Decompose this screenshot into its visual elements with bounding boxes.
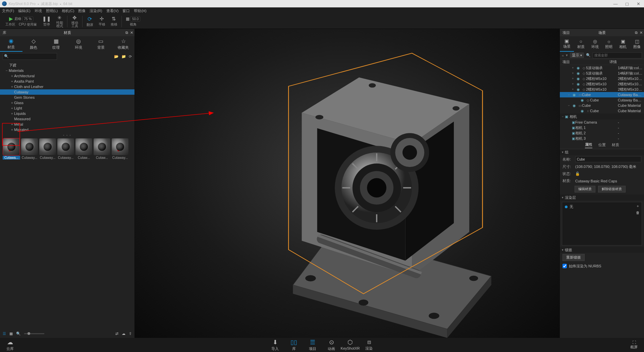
- nurbs-checkbox[interactable]: [562, 263, 567, 269]
- tab-position[interactable]: 位置: [598, 142, 606, 147]
- material-thumb-1[interactable]: Cutaway...: [21, 138, 38, 160]
- scene-tab-5[interactable]: ◫图像: [630, 36, 644, 52]
- material-thumb-2[interactable]: Cutaway...: [39, 138, 56, 160]
- edit-material-button[interactable]: 编辑材质: [575, 186, 595, 192]
- refresh-folders-icon[interactable]: ⟳: [129, 54, 132, 59]
- zoom-slider-icon[interactable]: 🔍: [16, 332, 21, 336]
- library-tab-2[interactable]: ▦纹理: [45, 36, 67, 52]
- visibility-icon[interactable]: ◉: [571, 103, 578, 108]
- visibility-icon[interactable]: ◉: [579, 109, 586, 113]
- project-button[interactable]: ☰项目: [303, 339, 322, 351]
- library-tab-0[interactable]: ◉材质: [0, 36, 22, 52]
- visibility-icon[interactable]: ◉: [571, 93, 578, 97]
- scene-row-7[interactable]: −◉▭CubeCube Material: [560, 103, 644, 108]
- fov-value[interactable]: 50.0: [130, 16, 140, 21]
- tree-row-cutaway[interactable]: Cutaway: [0, 89, 135, 95]
- fov-button[interactable]: ▦50.0 视角: [123, 15, 143, 28]
- material-thumb-6[interactable]: Cutaway...: [111, 138, 129, 160]
- popout-icon[interactable]: ⧉: [635, 31, 638, 35]
- material-thumb-3[interactable]: Cutaway...: [57, 138, 74, 160]
- scene-search-input[interactable]: [593, 52, 642, 58]
- upload-icon[interactable]: ⇧: [129, 332, 132, 336]
- unlink-material-button[interactable]: 解除链接材质: [598, 186, 626, 192]
- filter-icon[interactable]: ▾: [566, 53, 568, 57]
- camera-row-1[interactable]: ▣相机 1-: [560, 125, 644, 130]
- move-tool-button[interactable]: ✥移动 工具: [69, 15, 81, 28]
- menu-image[interactable]: 图像: [78, 8, 86, 13]
- tree-row-measured[interactable]: Measured: [0, 116, 135, 122]
- popout-icon[interactable]: ⧉: [125, 31, 128, 35]
- collapse-icon[interactable]: «: [562, 53, 564, 57]
- material-thumb-0[interactable]: Cutawa...: [3, 138, 20, 160]
- camera-row-3[interactable]: ▣相机 3-: [560, 136, 644, 141]
- tree-row-cloth-and-leather[interactable]: +Cloth and Leather: [0, 84, 135, 89]
- visibility-icon[interactable]: ◉: [575, 82, 582, 86]
- camera-row-0[interactable]: ▣Free Camera-: [560, 120, 644, 125]
- menu-file[interactable]: 文件(F): [2, 8, 14, 13]
- menu-render[interactable]: 渲染(R): [90, 8, 102, 13]
- library-tab-4[interactable]: ▭背景: [90, 36, 112, 52]
- menu-camera[interactable]: 相机(C): [62, 8, 74, 13]
- library-tab-5[interactable]: ☆收藏夹: [112, 36, 135, 52]
- scene-tab-0[interactable]: ▣场景: [560, 36, 574, 52]
- scene-row-0[interactable]: +◉◇5滚动轴承14蜗杆轴:color...: [560, 65, 644, 71]
- scene-row-2[interactable]: +◉◇2螺栓M5x102螺栓M5x10:c...: [560, 76, 644, 81]
- material-thumb-5[interactable]: Cutaw...: [93, 138, 111, 160]
- keyshotxr-button[interactable]: ⬡KeyShotXR: [341, 339, 360, 351]
- compare-icon[interactable]: ⇄: [115, 332, 118, 336]
- scene-row-8[interactable]: ◉♀CubeCube Material: [560, 108, 644, 114]
- import-button[interactable]: ⬇导入: [266, 339, 284, 351]
- pan-button[interactable]: ✢平移: [96, 15, 108, 28]
- library-search-input[interactable]: [3, 53, 57, 60]
- library-tab-1[interactable]: ◇颜色: [22, 36, 45, 52]
- tumble-button[interactable]: ⟳翻滚: [84, 15, 96, 28]
- pause-button[interactable]: ❚❚暂停: [40, 15, 54, 28]
- scene-row-1[interactable]: +◉◇5滚动轴承14蜗杆轴:color...: [560, 71, 644, 76]
- delete-layer-icon[interactable]: 🗑: [636, 211, 640, 215]
- scene-tab-1[interactable]: ○材质: [574, 36, 588, 52]
- cloud-sync-icon[interactable]: ☁: [122, 332, 125, 336]
- library-tab-3[interactable]: ◎环境: [67, 36, 90, 52]
- tree-row-materials[interactable]: −Materials: [0, 68, 135, 73]
- menu-lighting[interactable]: 照明(L): [46, 8, 58, 13]
- material-thumb-4[interactable]: Cutaw...: [75, 138, 93, 160]
- menu-view[interactable]: 查看(V): [106, 8, 119, 13]
- tree-row-metal[interactable]: +Metal: [0, 122, 135, 127]
- retessellate-button[interactable]: 重新镶嵌: [562, 254, 585, 261]
- render-viewport[interactable]: [135, 29, 559, 338]
- render-button[interactable]: ⧇渲染: [360, 339, 378, 351]
- tree-row-light[interactable]: +Light: [0, 105, 135, 111]
- scene-tab-2[interactable]: ◎环境: [588, 36, 602, 52]
- close-icon[interactable]: ✕: [130, 31, 133, 35]
- scene-tab-4[interactable]: ▣相机: [616, 36, 630, 52]
- maximize-button[interactable]: ◻: [621, 0, 633, 7]
- visibility-icon[interactable]: ◉: [575, 66, 582, 70]
- menu-edit[interactable]: 编辑(E): [18, 8, 31, 13]
- menu-help[interactable]: 帮助(H): [134, 8, 146, 13]
- start-button[interactable]: ▶ 启动 75 % 工作区 CPU 使用量: [3, 15, 40, 28]
- menu-window[interactable]: 窗口: [122, 8, 130, 13]
- tessellation-head[interactable]: ▾镶嵌: [560, 247, 644, 253]
- name-input[interactable]: [575, 156, 641, 162]
- tree-row-architectural[interactable]: +Architectural: [0, 73, 135, 79]
- scene-row-3[interactable]: +◉◇2螺栓M5x102螺栓M5x10:c...: [560, 81, 644, 87]
- view-list-icon[interactable]: ☰: [3, 332, 6, 336]
- minimize-button[interactable]: —: [610, 0, 621, 7]
- tab-material[interactable]: 材质: [612, 142, 619, 147]
- tab-properties[interactable]: 属性: [585, 142, 592, 148]
- scene-tab-3[interactable]: ☼照明: [602, 36, 616, 52]
- scene-row-6[interactable]: ◉◇CubeCutaway Basic...: [560, 97, 644, 103]
- group-section-head[interactable]: ▾组: [560, 149, 644, 155]
- thumb-size-slider[interactable]: [24, 333, 44, 334]
- visibility-icon[interactable]: ◉: [575, 77, 582, 81]
- tree-row-migrated[interactable]: +Migrated: [0, 127, 135, 132]
- visibility-icon[interactable]: ◉: [575, 87, 582, 92]
- scene-row-4[interactable]: +◉◇2螺栓M5x102螺栓M5x10:c...: [560, 87, 644, 92]
- camera-row-2[interactable]: ▣相机 2-: [560, 130, 644, 136]
- add-layer-icon[interactable]: ＋: [636, 204, 640, 209]
- tree-row-glass[interactable]: +Glass: [0, 100, 135, 105]
- menu-environment[interactable]: 环境: [35, 8, 42, 13]
- splitter-handle[interactable]: • • •: [0, 134, 135, 137]
- folder-open-icon[interactable]: 📂: [114, 54, 119, 59]
- close-button[interactable]: ✕: [633, 0, 644, 7]
